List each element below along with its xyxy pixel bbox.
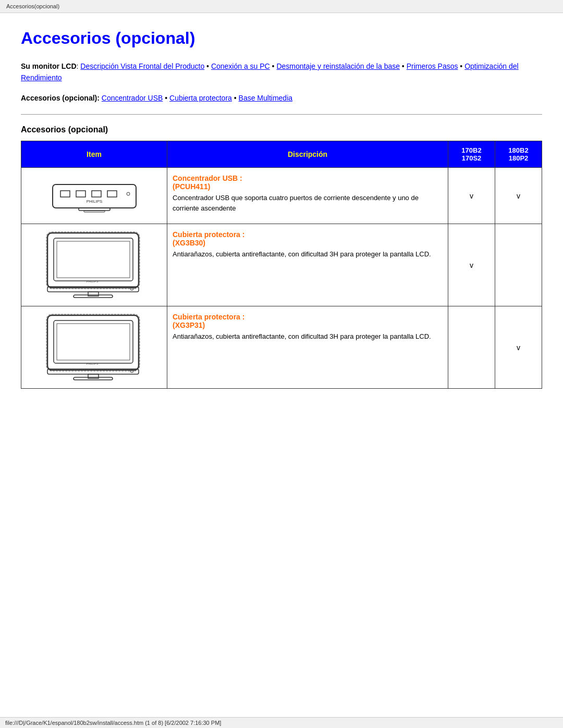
tab-label: Accesorios(opcional) [6,3,59,9]
separator [21,114,542,115]
monitor-nav-section: Su monitor LCD: Descripción Vista Fronta… [21,60,542,84]
item-name-2: Cubierta protectora : (XG3B30) [173,230,443,247]
svg-rect-8 [84,211,105,212]
svg-rect-20 [57,324,130,360]
desc-cell-1: Concentrador USB : (PCUH411) Concentrado… [167,168,448,224]
table-row: PHILIPS Cubierta protectora : (XG3P31) A… [21,306,542,389]
svg-text:PHILIPS: PHILIPS [86,362,98,365]
svg-text:PHILIPS: PHILIPS [86,280,98,283]
svg-rect-7 [79,208,110,211]
main-content: Accesorios (opcional) Su monitor LCD: De… [0,13,563,430]
header-desc: Discripción [167,141,448,168]
svg-rect-19 [54,320,133,363]
nav-link-usb[interactable]: Concentrador USB [102,94,163,102]
item-cell-2: PHILIPS [21,224,167,306]
svg-rect-10 [54,238,133,281]
nav-link-base[interactable]: Base Multimedia [239,94,293,102]
item-name-1: Concentrador USB : (PCUH411) [173,174,443,191]
check-cell-3-m1 [448,306,495,389]
nav-link-primeros[interactable]: Primeros Pasos [407,62,458,70]
desc-cell-3: Cubierta protectora : (XG3P31) Antiaraña… [167,306,448,389]
item-cell-1: PHILIPS [21,168,167,224]
table-row: PHILIPS Cubierta protectora : (XG3B30) A… [21,224,542,306]
item-desc-2: Antiarañazos, cubierta antireflactante, … [173,250,431,258]
svg-rect-3 [92,191,101,197]
status-text: file:///D|/Grace/K1/espanol/180b2sw/inst… [5,720,221,726]
check-cell-1-m2: v [495,168,542,224]
svg-rect-11 [57,241,130,278]
table-row: PHILIPS Concentrador USB : (PCUH411) Con… [21,168,542,224]
nav-link-frontal[interactable]: Descripción Vista Frontal del Producto [80,62,204,70]
item-cell-3: PHILIPS [21,306,167,389]
header-model1: 170B2170S2 [448,141,495,168]
accessories-table: Item Discripción 170B2170S2 180B2180P2 [21,141,542,389]
page-title: Accesorios (opcional) [21,29,542,48]
svg-rect-1 [60,191,70,197]
item-desc-1: Concentrador USB que soporta cuatro puer… [173,194,419,212]
browser-tab: Accesorios(opcional) [0,0,563,13]
nav-link-desmontaje[interactable]: Desmontaje y reinstalación de la base [276,62,400,70]
check-cell-1-m1: v [448,168,495,224]
item-desc-3: Antiarañazos, cubierta antireflactante, … [173,332,431,340]
header-model2: 180B2180P2 [495,141,542,168]
svg-rect-0 [53,184,136,208]
section-heading: Accesorios (opcional) [21,125,542,134]
check-cell-3-m2: v [495,306,542,389]
svg-rect-22 [88,374,99,378]
accessories-nav-section: Accesorios (opcional): Concentrador USB … [21,92,542,104]
nav-link-cubierta[interactable]: Cubierta protectora [169,94,232,102]
accessories-label: Accesorios (opcional): [21,94,100,102]
check-cell-2-m2 [495,224,542,306]
header-item: Item [21,141,167,168]
item-name-3: Cubierta protectora : (XG3P31) [173,313,443,329]
svg-point-6 [127,192,130,195]
nav-link-conexion[interactable]: Conexión a su PC [211,62,270,70]
check-cell-2-m1: v [448,224,495,306]
monitor-image-2: PHILIPS [42,313,146,380]
status-bar: file:///D|/Grace/K1/espanol/180b2sw/inst… [0,717,563,728]
monitor-label: Su monitor LCD [21,62,77,70]
table-header-row: Item Discripción 170B2170S2 180B2180P2 [21,141,542,168]
svg-rect-2 [76,191,85,197]
monitor-image-1: PHILIPS [42,230,146,298]
svg-rect-4 [107,191,117,197]
desc-cell-2: Cubierta protectora : (XG3B30) Antiaraña… [167,224,448,306]
usb-hub-image: PHILIPS [42,174,146,216]
svg-text:PHILIPS: PHILIPS [86,199,102,204]
svg-rect-13 [88,292,99,296]
